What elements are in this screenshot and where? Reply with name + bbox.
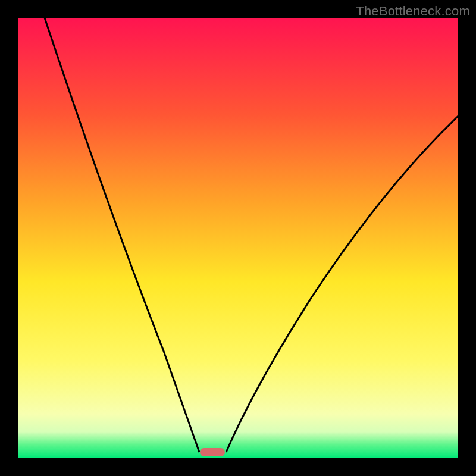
chart-frame: TheBottleneck.com xyxy=(0,0,476,476)
left-curve-path xyxy=(45,18,199,452)
right-curve-path xyxy=(226,116,458,452)
optimal-marker xyxy=(200,448,225,456)
watermark-text: TheBottleneck.com xyxy=(356,4,470,19)
plot-area xyxy=(18,18,458,458)
bottleneck-curve xyxy=(18,18,458,458)
